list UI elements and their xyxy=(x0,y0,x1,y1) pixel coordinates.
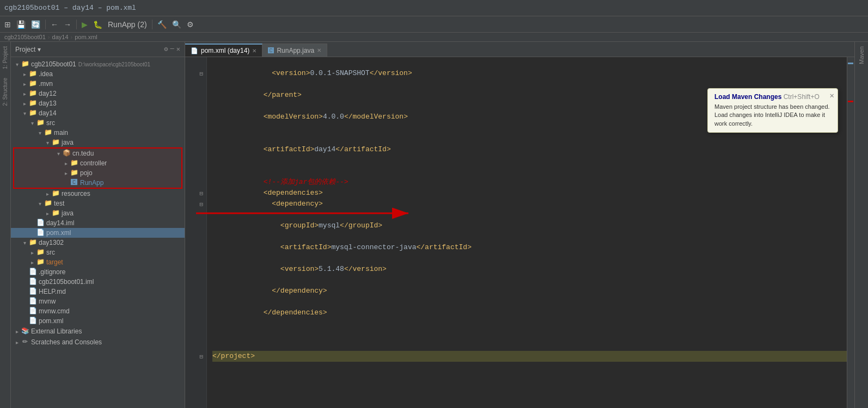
gutter-fold-end[interactable]: ⊟ xyxy=(185,351,206,362)
breadcrumb-sep-1: › xyxy=(48,34,50,40)
gutter-11 xyxy=(185,166,206,177)
maven-panel-label[interactable]: Maven xyxy=(858,42,865,69)
gutter-fold-1[interactable]: ⊟ xyxy=(185,68,206,79)
external-libs-label: External Libraries xyxy=(31,327,82,335)
editor-area: 📄 pom.xml (day14) ✕ 🅲 RunApp.java ✕ ⊟ xyxy=(185,42,854,408)
tree-day12[interactable]: ▸ 📁 day12 xyxy=(11,89,185,98)
gutter-15 xyxy=(185,209,206,220)
tree-day1302-target-arrow: ▸ xyxy=(28,259,36,265)
toolbar-build-btn[interactable]: 🔨 xyxy=(155,19,169,30)
tree-mvn[interactable]: ▸ 📁 .mvn xyxy=(11,79,185,89)
tree-cgb2105-iml[interactable]: 📄 cgb2105boot01.iml xyxy=(11,277,185,287)
tab-runapp-close[interactable]: ✕ xyxy=(317,47,321,53)
tree-day14[interactable]: ▾ 📁 day14 xyxy=(11,108,185,118)
tree-day1302-src-arrow: ▸ xyxy=(28,250,36,256)
day14-folder-icon: 📁 xyxy=(28,109,37,118)
cgb2105-iml-icon: 📄 xyxy=(28,277,37,286)
code-line-26 xyxy=(212,329,847,340)
tab-pom-xml[interactable]: 📄 pom.xml (day14) ✕ xyxy=(185,44,262,57)
tree-day14-label: day14 xyxy=(39,109,57,117)
tree-day1302[interactable]: ▾ 📁 day1302 xyxy=(11,238,185,248)
tree-help-md[interactable]: 📄 HELP.md xyxy=(11,287,185,296)
tree-runapp[interactable]: 🅲 RunApp xyxy=(14,178,181,188)
breadcrumb-root[interactable]: cgb2105boot01 xyxy=(4,34,46,40)
tab-pom-xml-icon: 📄 xyxy=(191,47,198,54)
toolbar-run-config-btn[interactable]: RunApp (2) xyxy=(106,19,149,30)
toolbar-sync-btn[interactable]: 🔄 xyxy=(29,19,42,30)
code-line-23 xyxy=(212,296,847,307)
tree-cntedu-arrow: ▾ xyxy=(54,151,62,157)
gutter-27 xyxy=(185,340,206,351)
tree-java[interactable]: ▾ 📁 java xyxy=(11,138,185,147)
title-bar: cgb2105boot01 – day14 – pom.xml xyxy=(0,0,868,16)
structure-strip-label[interactable]: 2: Structure xyxy=(2,73,8,110)
tree-gitignore[interactable]: 📄 .gitignore xyxy=(11,267,185,277)
tree-test[interactable]: ▾ 📁 test xyxy=(11,199,185,208)
tree-mvnw-cmd[interactable]: 📄 mvnw.cmd xyxy=(11,306,185,316)
tree-day1302-src[interactable]: ▸ 📁 src xyxy=(11,248,185,257)
toolbar-back-btn[interactable]: ⊞ xyxy=(2,19,13,30)
breadcrumb-day14[interactable]: day14 xyxy=(52,34,69,40)
tree-cntedu[interactable]: ▾ 📦 cn.tedu xyxy=(14,149,181,158)
notification-close-btn[interactable]: ✕ xyxy=(830,91,834,100)
gutter-1 xyxy=(185,57,206,68)
tree-resources[interactable]: ▸ 📁 resources xyxy=(11,189,185,199)
tree-day14-iml[interactable]: 📄 day14.iml xyxy=(11,218,185,228)
project-close-icon[interactable]: ✕ xyxy=(176,45,180,53)
project-settings-icon[interactable]: ⚙ xyxy=(164,45,168,53)
tree-scratches[interactable]: ▸ ✏ Scratches and Consoles xyxy=(11,337,185,348)
gutter-21 xyxy=(185,275,206,286)
tab-bar: 📄 pom.xml (day14) ✕ 🅲 RunApp.java ✕ xyxy=(185,42,854,57)
tab-runapp-java[interactable]: 🅲 RunApp.java ✕ xyxy=(262,44,327,57)
tree-mvnw-label: mvnw xyxy=(39,298,56,305)
tree-controller-arrow: ▸ xyxy=(62,160,70,166)
notification-title-text: Load Maven Changes xyxy=(714,93,781,101)
tree-day1302-target[interactable]: ▸ 📁 target xyxy=(11,257,185,267)
toolbar-debug-btn[interactable]: 🐛 xyxy=(91,19,105,30)
tree-java-label: java xyxy=(62,139,74,146)
breadcrumb: cgb2105boot01 › day14 › pom.xml xyxy=(0,33,868,42)
gutter-fold-3[interactable]: ⊟ xyxy=(185,199,206,209)
toolbar-settings-btn[interactable]: ⚙ xyxy=(185,19,196,30)
gutter-18 xyxy=(185,242,206,253)
toolbar-sep-1 xyxy=(45,20,46,29)
toolbar: ⊞ 💾 🔄 ← → ▶ 🐛 RunApp (2) 🔨 🔍 ⚙ xyxy=(0,16,868,33)
tree-controller[interactable]: ▸ 📁 controller xyxy=(14,158,181,168)
tree-main[interactable]: ▾ 📁 main xyxy=(11,128,185,138)
tree-src[interactable]: ▾ 📁 src xyxy=(11,118,185,128)
mvnw-cmd-icon: 📄 xyxy=(28,307,37,316)
tree-root-pom[interactable]: 📄 pom.xml xyxy=(11,316,185,326)
scratches-icon: ✏ xyxy=(21,338,29,347)
gutter-10 xyxy=(185,155,206,166)
tree-cntedu-label: cn.tedu xyxy=(72,150,94,157)
tree-main-arrow: ▾ xyxy=(36,130,44,136)
toolbar-save-btn[interactable]: 💾 xyxy=(14,19,28,30)
tree-mvnw[interactable]: 📄 mvnw xyxy=(11,296,185,306)
code-line-18: <artifactId>mysql-connector-java</artifa… xyxy=(212,242,847,253)
tree-external-libs[interactable]: ▸ 📚 External Libraries xyxy=(11,326,185,337)
breadcrumb-pomxml[interactable]: pom.xml xyxy=(75,34,97,40)
tree-java-arrow: ▾ xyxy=(44,140,51,146)
tree-pom-xml[interactable]: 📄 pom.xml xyxy=(11,228,185,238)
toolbar-redo-btn[interactable]: → xyxy=(62,19,74,30)
project-strip-label[interactable]: 1: Project xyxy=(2,42,8,73)
tree-mvn-arrow: ▸ xyxy=(21,81,28,87)
day1302-folder-icon: 📁 xyxy=(28,238,37,247)
toolbar-search-btn[interactable]: 🔍 xyxy=(170,19,184,30)
tab-pom-xml-label: pom.xml (day14) xyxy=(201,47,249,54)
code-line-20: <version>5.1.48</version> xyxy=(212,264,847,275)
tree-pojo[interactable]: ▸ 📁 pojo xyxy=(14,168,181,178)
notification-popup: ✕ Load Maven Changes Ctrl+Shift+O Maven … xyxy=(707,88,838,133)
tree-root[interactable]: ▾ 📁 cgb2105boot01 D:\workspace\cgb2105bo… xyxy=(11,59,185,69)
tab-pom-xml-close[interactable]: ✕ xyxy=(252,48,256,54)
tree-test-java-arrow: ▸ xyxy=(44,211,51,217)
toolbar-run-btn[interactable]: ▶ xyxy=(80,19,90,30)
cntedu-package-icon: 📦 xyxy=(62,149,71,158)
tree-day13[interactable]: ▸ 📁 day13 xyxy=(11,98,185,108)
project-collapse-icon[interactable]: — xyxy=(170,45,174,53)
tree-test-java[interactable]: ▸ 📁 java xyxy=(11,208,185,218)
tree-pom-xml-label: pom.xml xyxy=(46,229,71,237)
gutter-fold-2[interactable]: ⊟ xyxy=(185,188,206,199)
tree-idea[interactable]: ▸ 📁 .idea xyxy=(11,69,185,79)
toolbar-undo-btn[interactable]: ← xyxy=(48,19,60,30)
